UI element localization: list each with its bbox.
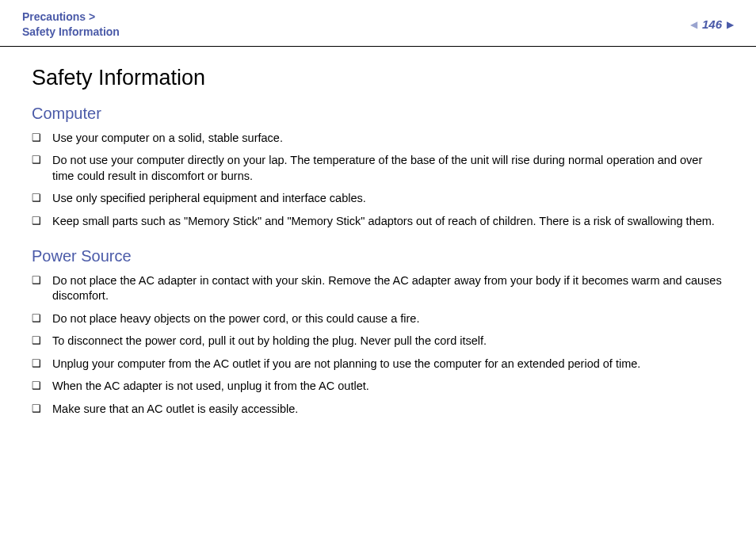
bullet-list: ❑Do not place the AC adapter in contact … — [32, 273, 724, 418]
list-item-text: Do not place the AC adapter in contact w… — [52, 273, 724, 304]
list-item-text: When the AC adapter is not used, unplug … — [52, 379, 724, 395]
breadcrumb-line-1: Precautions > — [22, 10, 120, 25]
next-page-arrow-icon[interactable]: ▶ — [727, 20, 734, 29]
page-header: Precautions > Safety Information ◀ 146 ▶ — [0, 0, 756, 47]
list-item-text: Do not place heavy objects on the power … — [52, 311, 724, 327]
breadcrumb: Precautions > Safety Information — [22, 10, 120, 40]
list-item: ❑Make sure that an AC outlet is easily a… — [32, 402, 724, 418]
page-indicator: ◀ 146 ▶ — [690, 10, 734, 31]
list-item: ❑Unplug your computer from the AC outlet… — [32, 357, 724, 372]
bullet-icon: ❑ — [32, 357, 41, 371]
bullet-icon: ❑ — [32, 131, 41, 145]
list-item: ❑Use your computer on a solid, stable su… — [32, 131, 724, 147]
bullet-icon: ❑ — [32, 379, 41, 393]
list-item: ❑To disconnect the power cord, pull it o… — [32, 334, 724, 349]
prev-page-arrow-icon[interactable]: ◀ — [690, 20, 697, 29]
list-item: ❑Do not use your computer directly on yo… — [32, 153, 724, 184]
bullet-icon: ❑ — [32, 191, 41, 205]
list-item-text: To disconnect the power cord, pull it ou… — [52, 334, 724, 349]
list-item-text: Keep small parts such as "Memory Stick" … — [52, 214, 724, 230]
section-heading: Power Source — [32, 247, 724, 265]
bullet-icon: ❑ — [32, 402, 41, 416]
bullet-icon: ❑ — [32, 311, 41, 326]
list-item: ❑Keep small parts such as "Memory Stick"… — [32, 214, 724, 230]
list-item: ❑Do not place heavy objects on the power… — [32, 311, 724, 327]
section-power-source: Power Source ❑Do not place the AC adapte… — [32, 247, 724, 418]
bullet-icon: ❑ — [32, 214, 41, 228]
list-item-text: Use your computer on a solid, stable sur… — [52, 131, 724, 147]
bullet-icon: ❑ — [32, 153, 41, 167]
page-title: Safety Information — [32, 66, 724, 90]
list-item-text: Do not use your computer directly on you… — [52, 153, 724, 184]
section-computer: Computer ❑Use your computer on a solid, … — [32, 105, 724, 230]
page-content: Safety Information Computer ❑Use your co… — [0, 47, 756, 418]
bullet-list: ❑Use your computer on a solid, stable su… — [32, 131, 724, 230]
breadcrumb-line-2: Safety Information — [22, 25, 120, 40]
list-item: ❑When the AC adapter is not used, unplug… — [32, 379, 724, 395]
list-item: ❑Do not place the AC adapter in contact … — [32, 273, 724, 304]
bullet-icon: ❑ — [32, 273, 41, 288]
list-item-text: Use only specified peripheral equipment … — [52, 191, 724, 207]
list-item-text: Make sure that an AC outlet is easily ac… — [52, 402, 724, 418]
list-item-text: Unplug your computer from the AC outlet … — [52, 357, 724, 372]
list-item: ❑Use only specified peripheral equipment… — [32, 191, 724, 207]
page-number: 146 — [701, 17, 724, 31]
section-heading: Computer — [32, 105, 724, 123]
bullet-icon: ❑ — [32, 334, 41, 348]
